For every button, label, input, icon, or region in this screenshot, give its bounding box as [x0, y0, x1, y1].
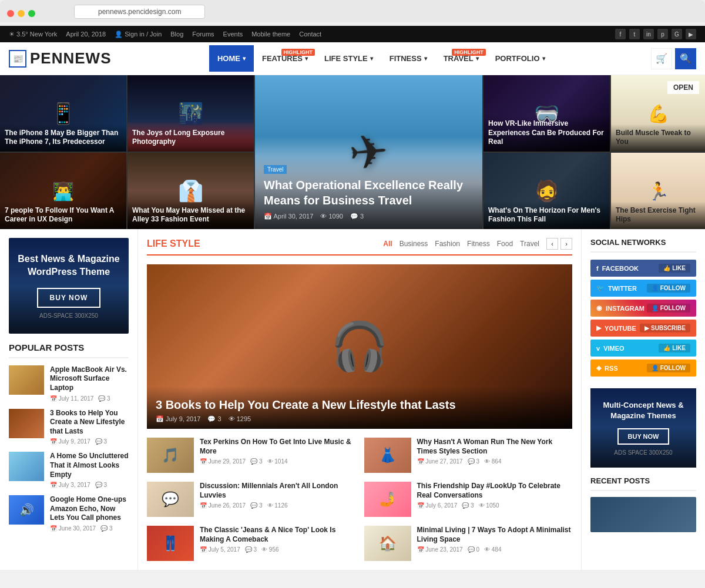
ad-left-buy-button[interactable]: BUY NOW [37, 288, 101, 308]
social-icons: f t in p G ▶ [615, 29, 696, 39]
home-chevron: ▾ [243, 55, 246, 62]
instagram-topbar-icon[interactable]: in [643, 29, 654, 39]
fitness-chevron: ▾ [424, 55, 427, 62]
hero-main-overlay: Travel What Operational Excellence Reall… [255, 156, 482, 229]
address-bar[interactable]: pennews.pencidesign.com [74, 5, 205, 19]
lifestyle-prev[interactable]: ‹ [546, 238, 558, 250]
hero-fashion[interactable]: 👔 What You May Have Missed at the Alley … [127, 153, 254, 229]
minimize-btn[interactable] [18, 10, 25, 17]
twitter-name: 🐦 TWITTER [596, 284, 637, 292]
rss-social-btn[interactable]: ◈ RSS 👤 FOLLOW [590, 359, 696, 377]
recent-post-thumb[interactable] [590, 497, 696, 532]
cart-button[interactable]: 🛒 [651, 48, 672, 69]
mobile-theme-link[interactable]: Mobile theme [251, 31, 290, 38]
instagram-social-btn[interactable]: ◉ INSTAGRAM 👤 FOLLOW [590, 300, 696, 317]
signin-link[interactable]: 👤 Sign in / Join [115, 31, 162, 38]
nav-travel[interactable]: TRAVEL ▾ Highlight [435, 45, 487, 72]
article-card-1[interactable]: 👗 Why Hasn't A Woman Run The New York Ti… [364, 438, 573, 473]
article-thumb-1: 👗 [364, 438, 411, 473]
site-logo[interactable]: 📰 PENNEWS [9, 42, 111, 75]
featured-date: 📅 July 9, 2017 [156, 415, 200, 423]
hero-city[interactable]: 🌃 The Joys of Long Exposure Photography [127, 75, 254, 152]
hero-ux[interactable]: 👨‍💻 7 people To Follow If You Want A Car… [0, 153, 126, 229]
lifestyle-arrows: ‹ › [546, 238, 572, 250]
main-nav: HOME ▾ FEATURES ▾ Highlight LIFE STYLE ▾… [209, 45, 553, 72]
article-card-2[interactable]: 💬 Discussion: Millennials Aren't All Lon… [147, 482, 355, 517]
lifestyle-tab-fitness[interactable]: Fitness [467, 240, 490, 248]
weather-icon: ☀ [9, 31, 15, 38]
hero-main-meta: 📅 April 30, 2017 👁 1090 💬 3 [264, 213, 474, 220]
instagram-name: ◉ INSTAGRAM [596, 304, 644, 312]
article-comments-3: 💬 3 [462, 502, 474, 509]
vimeo-social-btn[interactable]: v VIMEO 👍 LIKE [590, 340, 696, 357]
popular-post-2[interactable]: 3 Books to Help You Create a New Lifesty… [9, 409, 129, 445]
hero-main[interactable]: ✈ Travel What Operational Excellence Rea… [255, 75, 482, 229]
blog-link[interactable]: Blog [170, 31, 183, 38]
article-card-4[interactable]: 👖 The Classic 'Jeans & A Nice Top' Look … [147, 526, 355, 561]
lifestyle-tab-food[interactable]: Food [497, 240, 513, 248]
forums-link[interactable]: Forums [192, 31, 214, 38]
events-link[interactable]: Events [223, 31, 243, 38]
nav-home[interactable]: HOME ▾ [209, 45, 254, 72]
vimeo-name: v VIMEO [596, 345, 625, 352]
popular-post-3[interactable]: A Home So Uncluttered That it Almost Loo… [9, 452, 129, 488]
nav-features[interactable]: FEATURES ▾ Highlight [254, 45, 316, 72]
contact-link[interactable]: Contact [299, 31, 321, 38]
article-date-0: 📅 June 29, 2017 [200, 458, 246, 465]
popular-post-4-comments: 💬 3 [100, 525, 112, 532]
article-meta-1: 📅 June 27, 2017 💬 3 👁 864 [417, 458, 573, 465]
hero-tight[interactable]: 🏃 The Best Exercise Tight Hips [611, 153, 705, 229]
googleplus-topbar-icon[interactable]: G [672, 29, 682, 39]
popular-post-3-date: 📅 July 3, 2017 [50, 482, 90, 488]
nav-icons: 🛒 🔍 [651, 48, 696, 69]
nav-fitness[interactable]: FITNESS ▾ [381, 45, 435, 72]
sidebar-left: Best News & Magazine WordPress Theme BUY… [0, 229, 138, 570]
hero-fashion-title: What You May Have Missed at the Alley 33… [132, 206, 249, 224]
logo-icon: 📰 [9, 50, 26, 68]
hero-men-fashion[interactable]: 🧔 What's On The Horizon For Men's Fashio… [484, 153, 610, 229]
article-meta-4: 📅 July 5, 2017 💬 3 👁 956 [200, 546, 355, 553]
nav-portfolio[interactable]: PORTFOLIO ▾ [487, 45, 553, 72]
hero-muscle-overlay: Build Muscle Tweak to You [611, 124, 705, 152]
ad-right-buy-button[interactable]: BUY NOW [617, 428, 670, 445]
article-card-5[interactable]: 🏠 Minimal Living | 7 Ways To Adopt A Min… [364, 526, 573, 561]
article-date-2: 📅 June 26, 2017 [200, 502, 246, 509]
article-card-3[interactable]: 🤳 This Friendship Day #LookUp To Celebra… [364, 482, 573, 517]
youtube-topbar-icon[interactable]: ▶ [686, 29, 696, 39]
hero-vr[interactable]: 🥽 How VR-Like Immersive Experiences Can … [484, 75, 610, 152]
search-button[interactable]: 🔍 [675, 48, 696, 69]
facebook-social-btn[interactable]: f FACEBOOK 👍 LIKE [590, 260, 696, 277]
facebook-topbar-icon[interactable]: f [615, 29, 626, 39]
ad-right-label: ADS SPACE 300X250 [596, 449, 690, 456]
lifestyle-tab-fashion[interactable]: Fashion [435, 240, 460, 248]
article-title-3: This Friendship Day #LookUp To Celebrate… [417, 482, 573, 500]
youtube-social-btn[interactable]: ▶ YOUTUBE ▶ SUBSCRIBE [590, 320, 696, 337]
youtube-subscribe-action: ▶ SUBSCRIBE [640, 324, 690, 332]
rss-icon: ◈ [596, 364, 601, 372]
recent-posts-title: RECENT POSTS [590, 476, 696, 491]
hero-iphone[interactable]: 📱 The iPhone 8 May Be Bigger Than The iP… [0, 75, 126, 152]
hero-ux-title: 7 people To Follow If You Want A Career … [5, 206, 122, 224]
features-chevron: ▾ [305, 55, 308, 62]
article-info-3: This Friendship Day #LookUp To Celebrate… [417, 482, 573, 509]
maximize-btn[interactable] [28, 10, 35, 17]
lifestyle-next[interactable]: › [560, 238, 572, 250]
lifestyle-tab-travel[interactable]: Travel [520, 240, 539, 248]
popular-post-1[interactable]: Apple MacBook Air Vs. Microsoft Surface … [9, 365, 129, 402]
pinterest-topbar-icon[interactable]: p [657, 29, 668, 39]
article-card-0[interactable]: 🎵 Tex Perkins On How To Get Into Live Mu… [147, 438, 355, 473]
nav-lifestyle[interactable]: LIFE STYLE ▾ [316, 45, 381, 72]
article-info-2: Discussion: Millennials Aren't All Londo… [200, 482, 355, 509]
close-btn[interactable] [7, 10, 14, 17]
hero-main-title: What Operational Excellence Really Means… [264, 177, 474, 208]
lifestyle-tab-business[interactable]: Business [400, 240, 428, 248]
hero-muscle[interactable]: 💪 OPEN Build Muscle Tweak to You [611, 75, 705, 152]
lifestyle-tab-all[interactable]: All [383, 240, 392, 248]
twitter-topbar-icon[interactable]: t [629, 29, 640, 39]
featured-article[interactable]: 🎧 3 Books to Help You Create a New Lifes… [147, 264, 572, 429]
popular-post-4[interactable]: 🔊 Google Home One-ups Amazon Echo, Now L… [9, 495, 129, 532]
ad-right-title: Multi-Concept News & Magazine Themes [596, 400, 690, 421]
twitter-social-btn[interactable]: 🐦 TWITTER 👤 FOLLOW [590, 280, 696, 297]
popular-post-3-info: A Home So Uncluttered That it Almost Loo… [50, 452, 129, 488]
article-views-4: 👁 956 [261, 546, 278, 553]
